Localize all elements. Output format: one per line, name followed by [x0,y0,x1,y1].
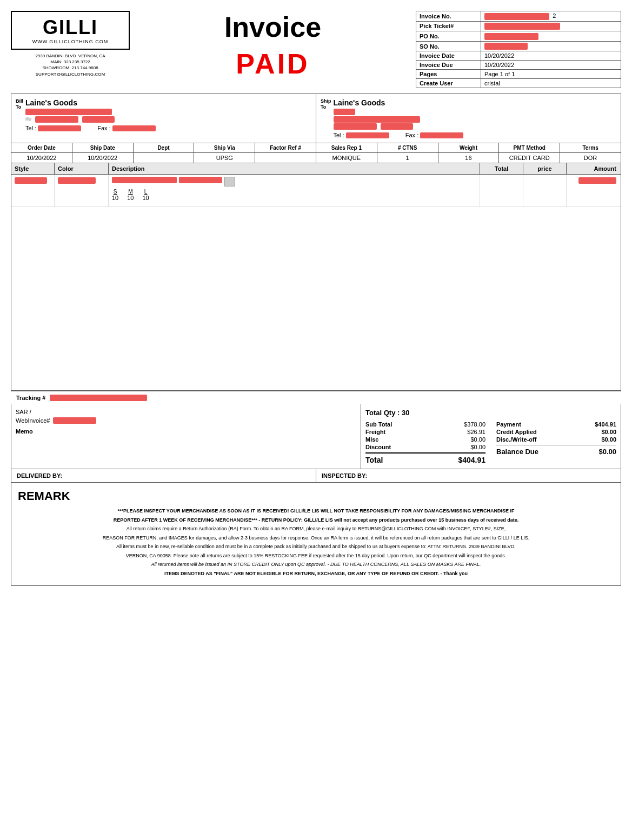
pick-ticket-label: Pick Ticket# [416,21,481,31]
sub-total-value: $378.00 [464,421,485,428]
remark-title: REMARK [18,489,614,503]
remark-line4: REASON FOR RETURN, and IMAGES for damage… [18,535,614,542]
invoice-no-value: 2 [481,11,621,22]
val-sales-rep: MONIQUE [316,153,377,163]
company-website: WWW.GILLICLOTHING.COM [16,39,124,44]
remark-section: REMARK ***PLEASE INSPECT YOUR MERCHANDIS… [11,483,621,586]
po-no-value [481,31,621,42]
order-header-row: Order Date Ship Date Dept Ship Via Facto… [11,143,621,153]
bill-ship-section: Bill To Laine's Goods illu Tel : Fax : [11,94,621,143]
ship-to-section: Ship To Laine's Goods Tel : Fax : [316,94,621,143]
col-factor-ref: Factor Ref # [255,143,316,152]
payment-label: Payment [496,421,521,428]
remark-line5: All items must be in new, re-sellable co… [18,543,614,551]
pages-label: Pages [416,70,481,79]
val-terms: DOR [560,153,621,163]
freight-label: Freight [365,429,385,435]
remark-line8: ITEMS DENOTED AS "FINAL" ARE NOT ELEGIBL… [18,570,614,578]
tracking-row: Tracking # [11,391,621,404]
col-description: Description [109,163,480,174]
to-label-ship: To [321,104,331,110]
col-pmt-method: PMT Method [499,143,560,152]
sub-totals: Sub Total $378.00 Freight $26.91 Misc $0… [365,421,485,464]
invoice-due-value: 10/20/2022 [481,61,621,70]
item-color [55,175,109,206]
summary-right: Total Qty : 30 Sub Total $378.00 Freight… [361,404,621,469]
remark-line7: All returned items will be issued an IN … [18,561,614,569]
summary-left: SAR / WebInvoice# Memo [11,404,361,469]
balance-due-value: $0.00 [598,448,616,456]
invoice-heading: Invoice [224,11,321,43]
remark-text: ***PLEASE INSPECT YOUR MERCHANDISE AS SO… [18,508,614,577]
invoice-info: Invoice No. 2 Pick Ticket# PO No. SO No. [416,11,621,88]
create-user-value: cristal [481,79,621,88]
order-data-row: 10/20/2022 10/20/2022 UPSG MONIQUE 1 16 … [11,153,621,163]
col-order-date: Order Date [11,143,72,152]
bill-label: Bill [16,98,23,104]
payment-value: $404.91 [595,421,616,428]
col-ship-date: Ship Date [72,143,134,152]
web-invoice-row: WebInvoice# [16,417,356,424]
misc-value: $0.00 [470,436,485,443]
total-qty-value: 30 [402,409,409,417]
invoice-title-section: Invoice PAID [224,11,321,80]
col-ctns: # CTNS [377,143,438,152]
val-ctns: 1 [377,153,438,163]
bill-tel-label: Tel : [25,125,36,131]
paid-stamp: PAID [224,48,321,80]
val-ship-via: UPSG [194,153,255,163]
val-ship-date: 10/20/2022 [72,153,134,163]
misc-label: Misc [365,436,378,443]
val-order-date: 10/20/2022 [11,153,72,163]
invoice-no-label: Invoice No. [416,11,481,22]
memo-label: Memo [16,428,356,435]
delivered-by: DELIVERED BY: [11,469,316,482]
invoice-due-label: Invoice Due [416,61,481,70]
ship-tel-label: Tel : [334,132,344,138]
val-pmt-method: CREDIT CARD [499,153,560,163]
company-address: 2939 BANDINI BLVD. VERNON, CA MAIN: 323.… [11,53,130,77]
items-area: S 10 M 10 L 10 [11,175,621,391]
item-total [480,175,523,206]
disc-writeoff-value: $0.00 [601,436,616,443]
pages-value: Page 1 of 1 [481,70,621,79]
item-style [11,175,55,206]
sub-total-label: Sub Total [365,421,392,428]
bill-company-name: Laine's Goods [25,98,156,107]
pick-ticket-value [481,21,621,31]
val-factor-ref [255,153,316,163]
bill-fax-label: Fax : [97,125,110,131]
summary-numbers: Sub Total $378.00 Freight $26.91 Misc $0… [365,421,616,464]
web-invoice-label: WebInvoice# [16,417,50,424]
bill-to-section: Bill To Laine's Goods illu Tel : Fax : [11,94,316,143]
col-style: Style [11,163,55,174]
item-amount [567,175,621,206]
so-no-value [481,41,621,51]
table-row: S 10 M 10 L 10 [11,175,621,207]
col-total: Total [480,163,523,174]
company-name: GILLI [16,16,124,39]
logo-box: GILLI WWW.GILLICLOTHING.COM [11,11,130,50]
ship-label: Ship [321,98,331,104]
po-no-label: PO No. [416,31,481,42]
remark-line2: REPORTED AFTER 1 WEEK OF RECEIVING MERCH… [18,517,614,524]
inspected-by: INSPECTED BY: [316,469,621,482]
invoice-date-value: 10/20/2022 [481,51,621,61]
col-weight: Weight [438,143,500,152]
credit-applied-value: $0.00 [601,429,616,435]
remark-line1: ***PLEASE INSPECT YOUR MERCHANDISE AS SO… [18,508,614,515]
val-weight: 16 [438,153,500,163]
col-sales-rep: Sales Rep 1 [316,143,377,152]
summary-area: SAR / WebInvoice# Memo Total Qty : 30 Su… [11,404,621,469]
item-price [523,175,567,206]
to-label-bill: To [16,104,23,110]
ship-company-name: Laine's Goods [334,98,464,107]
discount-value: $0.00 [470,444,485,450]
discount-label: Discount [365,444,391,450]
freight-value: $26.91 [467,429,485,435]
balance-due-label: Balance Due [496,448,538,456]
credit-applied-label: Credit Applied [496,429,537,435]
val-dept [134,153,195,163]
total-label: Total [365,456,383,464]
sar-label: SAR / [16,409,356,415]
